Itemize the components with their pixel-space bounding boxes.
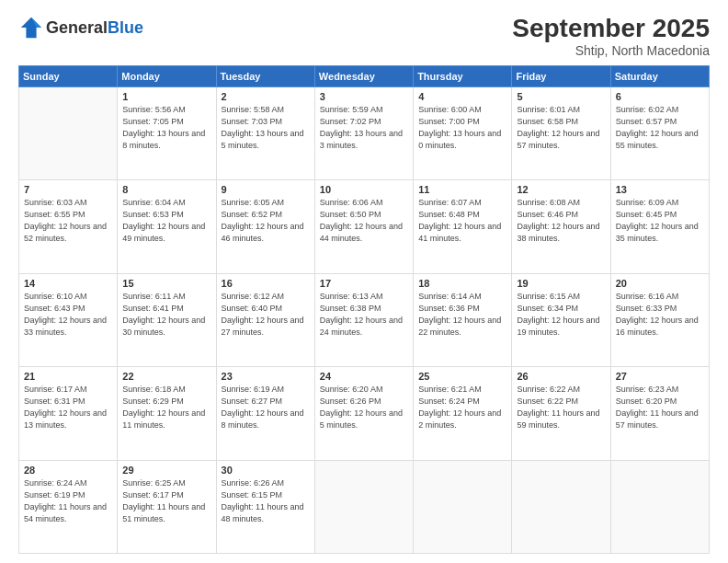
day-number: 19 [517,278,605,289]
logo-icon [18,15,44,40]
day-info: Sunrise: 6:16 AMSunset: 6:33 PMDaylight:… [616,291,704,339]
header: GeneralBlue September 2025 Shtip, North … [18,15,710,58]
day-info: Sunrise: 6:22 AMSunset: 6:22 PMDaylight:… [517,384,605,431]
calendar-cell: 27Sunrise: 6:23 AMSunset: 6:20 PMDayligh… [610,367,709,460]
day-number: 2 [222,91,310,102]
day-number: 5 [517,91,605,102]
day-number: 26 [517,371,605,382]
day-number: 21 [24,371,112,382]
weekday-header-sunday: Sunday [19,65,118,86]
page: GeneralBlue September 2025 Shtip, North … [0,0,728,563]
calendar-cell [19,86,118,179]
day-number: 23 [222,371,310,382]
calendar-cell: 12Sunrise: 6:08 AMSunset: 6:46 PMDayligh… [512,180,610,273]
calendar-cell: 10Sunrise: 6:06 AMSunset: 6:50 PMDayligh… [314,180,413,273]
day-info: Sunrise: 6:02 AMSunset: 6:57 PMDaylight:… [616,104,704,152]
calendar-cell: 5Sunrise: 6:01 AMSunset: 6:58 PMDaylight… [512,86,610,179]
day-info: Sunrise: 6:09 AMSunset: 6:45 PMDaylight:… [616,197,704,245]
week-row-5: 28Sunrise: 6:24 AMSunset: 6:19 PMDayligh… [19,460,710,553]
calendar-cell: 4Sunrise: 6:00 AMSunset: 7:00 PMDaylight… [414,86,512,179]
day-number: 18 [418,278,506,289]
day-number: 4 [418,91,506,102]
day-info: Sunrise: 6:20 AMSunset: 6:26 PMDaylight:… [320,384,408,431]
day-number: 17 [320,278,408,289]
calendar-cell: 6Sunrise: 6:02 AMSunset: 6:57 PMDaylight… [610,86,709,179]
calendar-cell: 29Sunrise: 6:25 AMSunset: 6:17 PMDayligh… [118,460,216,553]
weekday-header-friday: Friday [512,65,610,86]
day-info: Sunrise: 6:14 AMSunset: 6:36 PMDaylight:… [418,291,506,339]
calendar-cell: 19Sunrise: 6:15 AMSunset: 6:34 PMDayligh… [512,273,610,366]
calendar-cell: 1Sunrise: 5:56 AMSunset: 7:05 PMDaylight… [118,86,216,179]
calendar-cell: 23Sunrise: 6:19 AMSunset: 6:27 PMDayligh… [216,367,314,460]
day-number: 24 [320,371,408,382]
day-info: Sunrise: 6:01 AMSunset: 6:58 PMDaylight:… [517,104,605,152]
calendar-cell: 25Sunrise: 6:21 AMSunset: 6:24 PMDayligh… [414,367,512,460]
calendar-cell: 3Sunrise: 5:59 AMSunset: 7:02 PMDaylight… [314,86,413,179]
location-subtitle: Shtip, North Macedonia [512,43,710,58]
weekday-header-tuesday: Tuesday [216,65,314,86]
calendar-cell: 21Sunrise: 6:17 AMSunset: 6:31 PMDayligh… [19,367,118,460]
day-number: 28 [24,465,112,476]
calendar-cell [512,460,610,553]
calendar-cell: 16Sunrise: 6:12 AMSunset: 6:40 PMDayligh… [216,273,314,366]
calendar-cell: 9Sunrise: 6:05 AMSunset: 6:52 PMDaylight… [216,180,314,273]
day-info: Sunrise: 6:12 AMSunset: 6:40 PMDaylight:… [222,291,310,339]
day-number: 22 [122,371,210,382]
calendar-cell: 22Sunrise: 6:18 AMSunset: 6:29 PMDayligh… [118,367,216,460]
day-number: 10 [320,184,408,195]
day-info: Sunrise: 6:03 AMSunset: 6:55 PMDaylight:… [24,197,112,245]
weekday-header-wednesday: Wednesday [314,65,413,86]
day-number: 11 [418,184,506,195]
month-title: September 2025 [512,15,710,43]
day-info: Sunrise: 6:04 AMSunset: 6:53 PMDaylight:… [122,197,210,245]
day-number: 3 [320,91,408,102]
day-info: Sunrise: 6:13 AMSunset: 6:38 PMDaylight:… [320,291,408,339]
week-row-4: 21Sunrise: 6:17 AMSunset: 6:31 PMDayligh… [19,367,710,460]
weekday-header-saturday: Saturday [610,65,709,86]
calendar-cell: 17Sunrise: 6:13 AMSunset: 6:38 PMDayligh… [314,273,413,366]
day-info: Sunrise: 6:05 AMSunset: 6:52 PMDaylight:… [222,197,310,245]
day-info: Sunrise: 6:24 AMSunset: 6:19 PMDaylight:… [24,477,112,525]
calendar-cell: 14Sunrise: 6:10 AMSunset: 6:43 PMDayligh… [19,273,118,366]
calendar-cell: 11Sunrise: 6:07 AMSunset: 6:48 PMDayligh… [414,180,512,273]
day-info: Sunrise: 6:21 AMSunset: 6:24 PMDaylight:… [418,384,506,431]
day-info: Sunrise: 6:19 AMSunset: 6:27 PMDaylight:… [222,384,310,431]
calendar-cell: 28Sunrise: 6:24 AMSunset: 6:19 PMDayligh… [19,460,118,553]
day-info: Sunrise: 6:11 AMSunset: 6:41 PMDaylight:… [122,291,210,339]
day-number: 9 [222,184,310,195]
day-number: 30 [222,465,310,476]
day-info: Sunrise: 6:10 AMSunset: 6:43 PMDaylight:… [24,291,112,339]
calendar-cell: 18Sunrise: 6:14 AMSunset: 6:36 PMDayligh… [414,273,512,366]
calendar-cell: 8Sunrise: 6:04 AMSunset: 6:53 PMDaylight… [118,180,216,273]
weekday-header-row: SundayMondayTuesdayWednesdayThursdayFrid… [19,65,710,86]
day-number: 15 [122,278,210,289]
calendar-cell [610,460,709,553]
day-info: Sunrise: 5:59 AMSunset: 7:02 PMDaylight:… [320,104,408,152]
title-block: September 2025 Shtip, North Macedonia [512,15,710,58]
calendar-cell [314,460,413,553]
calendar-cell [414,460,512,553]
day-info: Sunrise: 6:08 AMSunset: 6:46 PMDaylight:… [517,197,605,245]
day-number: 27 [616,371,704,382]
day-number: 25 [418,371,506,382]
calendar-cell: 7Sunrise: 6:03 AMSunset: 6:55 PMDaylight… [19,180,118,273]
weekday-header-thursday: Thursday [414,65,512,86]
day-number: 13 [616,184,704,195]
day-number: 12 [517,184,605,195]
day-number: 1 [122,91,210,102]
logo-text: GeneralBlue [46,18,143,38]
calendar-cell: 15Sunrise: 6:11 AMSunset: 6:41 PMDayligh… [118,273,216,366]
day-info: Sunrise: 6:07 AMSunset: 6:48 PMDaylight:… [418,197,506,245]
day-info: Sunrise: 5:56 AMSunset: 7:05 PMDaylight:… [122,104,210,152]
calendar-cell: 26Sunrise: 6:22 AMSunset: 6:22 PMDayligh… [512,367,610,460]
day-info: Sunrise: 6:06 AMSunset: 6:50 PMDaylight:… [320,197,408,245]
calendar-cell: 20Sunrise: 6:16 AMSunset: 6:33 PMDayligh… [610,273,709,366]
day-info: Sunrise: 6:18 AMSunset: 6:29 PMDaylight:… [122,384,210,431]
day-info: Sunrise: 6:23 AMSunset: 6:20 PMDaylight:… [616,384,704,431]
week-row-3: 14Sunrise: 6:10 AMSunset: 6:43 PMDayligh… [19,273,710,366]
day-number: 20 [616,278,704,289]
calendar-cell: 13Sunrise: 6:09 AMSunset: 6:45 PMDayligh… [610,180,709,273]
day-info: Sunrise: 6:00 AMSunset: 7:00 PMDaylight:… [418,104,506,152]
day-number: 6 [616,91,704,102]
day-number: 8 [122,184,210,195]
